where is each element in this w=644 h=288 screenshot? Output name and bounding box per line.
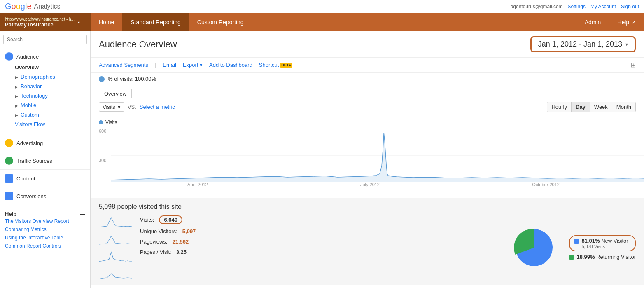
sidebar: Audience Overview ▶Demographics ▶Behavio… [0, 31, 91, 288]
week-button[interactable]: Week [590, 102, 612, 112]
content-header: Audience Overview Jan 1, 2012 - Jan 1, 2… [91, 31, 644, 58]
sidebar-item-demographics[interactable]: ▶Demographics [0, 72, 90, 82]
help-link-visitors-overview[interactable]: The Visitors Overview Report [5, 217, 85, 225]
visits-dropdown[interactable]: Visits ▾ [99, 102, 124, 112]
toolbar: Advanced Segments | Email Export ▾ Add t… [91, 58, 644, 73]
stat-label-unique: Unique Visitors: [140, 228, 177, 234]
day-button[interactable]: Day [572, 102, 590, 112]
chart-legend-label: Visits [105, 119, 117, 125]
settings-link[interactable]: Settings [568, 4, 586, 9]
grid-view-icon[interactable]: ⊞ [630, 61, 636, 69]
sidebar-item-audience[interactable]: Audience [0, 50, 90, 63]
audience-icon [5, 52, 13, 61]
stats-layout: Visits: 6,640 Unique Visitors: 5,097 Pag… [99, 215, 636, 280]
returning-visitor-dot [569, 255, 574, 260]
sidebar-item-overview[interactable]: Overview [0, 63, 90, 72]
y-axis-300: 300 [99, 158, 106, 163]
nav-links: Home Standard Reporting Custom Reporting [91, 13, 252, 31]
conversions-icon [5, 192, 13, 200]
beta-badge: BETA [280, 63, 292, 68]
y-axis-600: 600 [99, 129, 106, 133]
sign-out-link[interactable]: Sign out [621, 4, 639, 9]
month-button[interactable]: Month [612, 102, 635, 112]
chart-area: Visits 600 300 April 2012 July 2012 [91, 115, 644, 198]
date-range-picker[interactable]: Jan 1, 2012 - Jan 1, 2013 ▾ [530, 36, 636, 52]
add-to-dashboard-button[interactable]: Add to Dashboard [209, 62, 252, 68]
audience-section: Audience Overview ▶Demographics ▶Behavio… [0, 48, 90, 131]
advertising-icon [5, 139, 13, 147]
shortcut-button[interactable]: Shortcut BETA [259, 62, 292, 68]
sidebar-item-behavior[interactable]: ▶Behavior [0, 82, 90, 91]
help-title: Help [5, 211, 16, 217]
top-bar: Google Analytics agentgurus@gmail.com Se… [0, 0, 644, 13]
sidebar-item-conversions[interactable]: Conversions [0, 190, 90, 202]
filter-row: Visits ▾ VS. Select a metric Hourly Day … [91, 98, 644, 115]
help-section: Help — The Visitors Overview Report Comp… [0, 208, 90, 253]
content-label: Content [16, 176, 35, 182]
time-buttons: Hourly Day Week Month [547, 102, 636, 112]
percent-visits-text: % of visits: 100.00% [108, 76, 156, 82]
account-dropdown-icon: ▾ [78, 20, 80, 25]
stat-row-unique: Unique Visitors: 5,097 [140, 228, 196, 234]
custom-reporting-nav-link[interactable]: Custom Reporting [189, 13, 252, 31]
x-axis-labels: April 2012 July 2012 October 2012 [99, 182, 636, 187]
sidebar-item-advertising[interactable]: Advertising [0, 137, 90, 149]
traffic-sources-label: Traffic Sources [16, 158, 52, 164]
content-area: Audience Overview Jan 1, 2012 - Jan 1, 2… [91, 31, 644, 288]
sidebar-item-technology[interactable]: ▶Technology [0, 91, 90, 101]
stat-row-visits: Visits: 6,640 [140, 215, 196, 224]
sparklines-column [99, 215, 132, 280]
export-button[interactable]: Export ▾ [183, 62, 203, 68]
conversions-label: Conversions [16, 193, 46, 199]
stats-right: 81.01% New Visitor 5,378 Visits 18.99% [511, 215, 636, 280]
nav-right: Admin Help ↗ [576, 13, 644, 31]
pie-legend-returning-visitor: 18.99% Returning Visitor [569, 254, 636, 260]
help-link-interactive-table[interactable]: Using the Interactive Table [5, 234, 85, 242]
pie-chart [511, 225, 557, 270]
new-visitor-pct-label: 81.01% New Visitor [581, 238, 628, 244]
advertising-label: Advertising [16, 140, 43, 146]
hourly-button[interactable]: Hourly [547, 102, 572, 112]
stats-section: 5,098 people visited this site [91, 198, 644, 285]
page-title: Audience Overview [99, 39, 177, 50]
help-link-comparing-metrics[interactable]: Comparing Metrics [5, 225, 85, 234]
visits-dropdown-icon: ▾ [118, 104, 121, 110]
help-header: Help — [5, 211, 85, 217]
legend-dot [99, 120, 103, 124]
sidebar-item-mobile[interactable]: ▶Mobile [0, 101, 90, 110]
analytics-label: Analytics [34, 3, 61, 10]
sparkline-unique [99, 233, 132, 245]
email-button[interactable]: Email [163, 62, 176, 68]
my-account-link[interactable]: My Account [590, 4, 616, 9]
home-nav-link[interactable]: Home [91, 13, 122, 31]
standard-reporting-nav-link[interactable]: Standard Reporting [122, 13, 189, 31]
tab-overview[interactable]: Overview [99, 89, 132, 98]
returning-visitor-pct-label: 18.99% Returning Visitor [576, 254, 636, 260]
sidebar-item-content[interactable]: Content [0, 172, 90, 185]
percent-visits-bar: % of visits: 100.00% [91, 73, 644, 85]
nav-account[interactable]: http://www.pathwayinsurance.net - h... P… [0, 13, 91, 31]
help-link-common-controls[interactable]: Common Report Controls [5, 242, 85, 250]
stats-headline: 5,098 people visited this site [99, 203, 636, 211]
stat-row-pageviews: Pageviews: 21,562 [140, 239, 196, 245]
google-logo: Google [5, 2, 32, 11]
search-input[interactable] [3, 35, 87, 44]
admin-nav-link[interactable]: Admin [576, 13, 609, 31]
nav-bar: http://www.pathwayinsurance.net - h... P… [0, 13, 644, 31]
help-nav-link[interactable]: Help ↗ [609, 13, 644, 31]
stat-value-pageviews: 21,562 [172, 239, 189, 245]
content-icon [5, 174, 13, 183]
stat-label-pageviews: Pageviews: [140, 239, 167, 245]
help-minimize-icon[interactable]: — [80, 211, 85, 217]
stats-left: Visits: 6,640 Unique Visitors: 5,097 Pag… [99, 215, 196, 280]
account-name: Pathway Insurance [5, 21, 75, 28]
select-metric-link[interactable]: Select a metric [140, 104, 175, 110]
stat-value-unique: 5,097 [182, 228, 196, 234]
sidebar-item-visitors-flow[interactable]: Visitors Flow [0, 119, 90, 129]
pie-legend-new-visitor: 81.01% New Visitor 5,378 Visits [569, 235, 636, 251]
audience-label: Audience [16, 54, 39, 60]
sidebar-item-traffic-sources[interactable]: Traffic Sources [0, 155, 90, 167]
advanced-segments-button[interactable]: Advanced Segments [99, 62, 148, 68]
percent-dot [99, 76, 105, 82]
sidebar-item-custom[interactable]: ▶Custom [0, 110, 90, 119]
